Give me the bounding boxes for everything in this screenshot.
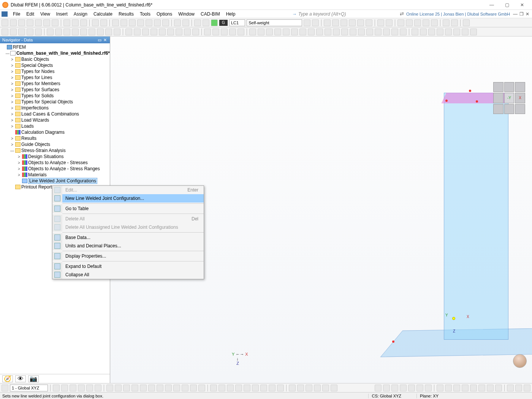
- t2-37[interactable]: [316, 28, 323, 35]
- t2-31[interactable]: [266, 28, 273, 35]
- bt-26[interactable]: [269, 385, 276, 391]
- t2-27[interactable]: [229, 28, 236, 35]
- bt-29[interactable]: [297, 385, 304, 391]
- license-text[interactable]: Online License 25 | Jonas Bien | Dlubal …: [406, 12, 512, 16]
- t2-2[interactable]: [10, 28, 17, 35]
- tb-g2[interactable]: [377, 19, 384, 26]
- t2-12[interactable]: [97, 28, 104, 35]
- tb-undo[interactable]: [92, 19, 99, 26]
- tb-j[interactable]: [406, 19, 413, 26]
- t2-26[interactable]: [221, 28, 228, 35]
- tb-doc3[interactable]: [80, 19, 87, 26]
- bt-8[interactable]: [115, 385, 122, 391]
- bt-5[interactable]: [86, 385, 93, 391]
- bt-30[interactable]: [306, 385, 312, 391]
- tree-project[interactable]: —Column_base_with_line_weld_finished.rf6…: [0, 50, 110, 56]
- sync-icon[interactable]: ⇄: [400, 11, 404, 17]
- bt-snap2[interactable]: [383, 385, 390, 391]
- bt-2[interactable]: [61, 385, 68, 391]
- bt-10[interactable]: [131, 385, 138, 391]
- t2-19[interactable]: [159, 28, 166, 35]
- tree-item[interactable]: >Types for Nodes: [0, 68, 110, 74]
- t2-51[interactable]: [437, 28, 443, 35]
- t2-11[interactable]: [89, 28, 95, 35]
- tb-b[interactable]: [332, 19, 339, 26]
- tb-g[interactable]: G: [219, 20, 228, 26]
- tree-item[interactable]: >Basic Objects: [0, 56, 110, 62]
- bt-6[interactable]: [95, 385, 101, 391]
- lc-desc-combo[interactable]: Self-weight: [247, 19, 302, 26]
- bt-snap7[interactable]: [425, 385, 432, 391]
- tb-table1[interactable]: [112, 19, 119, 26]
- t2-4[interactable]: [27, 28, 33, 35]
- bt-end2[interactable]: [515, 385, 522, 391]
- navigator-header[interactable]: Navigator - Data ▭ ✕: [0, 36, 110, 43]
- mdi-minimize[interactable]: —: [512, 11, 518, 17]
- bt-v7[interactable]: [487, 385, 494, 391]
- t2-52[interactable]: [445, 28, 452, 35]
- t2-41[interactable]: [350, 28, 356, 35]
- bt-21[interactable]: [227, 385, 234, 391]
- t2-8[interactable]: [63, 28, 70, 35]
- bt-v1[interactable]: [437, 385, 443, 391]
- search-box[interactable]: Type a keyword (Alt+Q): [292, 11, 346, 17]
- bt-cs-icon[interactable]: [2, 385, 8, 391]
- t2-9[interactable]: [72, 28, 79, 35]
- t2-6[interactable]: [47, 28, 54, 35]
- cs-combo[interactable]: 1 - Global XYZ: [10, 385, 48, 391]
- t2-48[interactable]: [412, 28, 418, 35]
- tb-table2[interactable]: [120, 19, 127, 26]
- t2-23[interactable]: [192, 28, 199, 35]
- tree-stress-strain[interactable]: —Stress-Strain Analysis: [0, 147, 110, 154]
- t2-5[interactable]: [35, 28, 42, 35]
- bt-v8[interactable]: [495, 385, 502, 391]
- tb-m[interactable]: [431, 19, 438, 26]
- tree-item[interactable]: >Guide Objects: [0, 141, 110, 147]
- bt-v4[interactable]: [462, 385, 469, 391]
- bt-snap6[interactable]: [416, 385, 423, 391]
- bt-11[interactable]: [140, 385, 147, 391]
- bt-snap1[interactable]: [375, 385, 382, 391]
- tree-stress-child[interactable]: >Design Situations: [0, 154, 110, 160]
- tree-item[interactable]: >Loads: [0, 123, 110, 129]
- t2-42[interactable]: [358, 28, 365, 35]
- bt-snap5[interactable]: [408, 385, 415, 391]
- mdi-restore[interactable]: ❐: [518, 11, 524, 17]
- nav-tab-data[interactable]: 🧭: [2, 375, 13, 382]
- context-menu-item[interactable]: Collapse All: [52, 271, 204, 279]
- navigator-close[interactable]: ✕: [102, 38, 108, 43]
- bt-13[interactable]: [157, 385, 163, 391]
- t2-43[interactable]: [366, 28, 373, 35]
- t2-15[interactable]: [125, 28, 132, 35]
- bt-25[interactable]: [260, 385, 267, 391]
- t2-30[interactable]: [258, 28, 264, 35]
- bt-20[interactable]: [218, 385, 225, 391]
- t2-50[interactable]: [428, 28, 435, 35]
- tb-table3[interactable]: [129, 19, 136, 26]
- t2-21[interactable]: [176, 28, 182, 35]
- t2-40[interactable]: [341, 28, 348, 35]
- tb-a[interactable]: [324, 19, 331, 26]
- tb-flag[interactable]: [174, 19, 181, 26]
- bt-16[interactable]: [182, 385, 188, 391]
- menu-results[interactable]: Results: [116, 11, 137, 17]
- tree-stress-child[interactable]: >Materials: [0, 172, 110, 178]
- bt-17[interactable]: [190, 385, 197, 391]
- navigator-pin[interactable]: ▭: [97, 38, 102, 43]
- t2-38[interactable]: [325, 28, 331, 35]
- bt-9[interactable]: [123, 385, 130, 391]
- tb-next-lc[interactable]: [312, 19, 319, 26]
- t2-22[interactable]: [184, 28, 191, 35]
- context-menu-item[interactable]: Display Properties...: [52, 252, 204, 260]
- t2-53[interactable]: [453, 28, 460, 35]
- menu-cadbim[interactable]: CAD-BIM: [198, 11, 223, 17]
- t2-54[interactable]: [462, 28, 469, 35]
- menu-calculate[interactable]: Calculate: [90, 11, 116, 17]
- bt-28[interactable]: [289, 385, 296, 391]
- tb-cube[interactable]: [463, 19, 470, 26]
- tb-c[interactable]: [340, 19, 347, 26]
- menu-tools[interactable]: Tools: [137, 11, 154, 17]
- nav-tab-display[interactable]: 👁: [15, 375, 26, 382]
- tree-item[interactable]: >Types for Solids: [0, 93, 110, 99]
- tb-print[interactable]: [52, 19, 59, 26]
